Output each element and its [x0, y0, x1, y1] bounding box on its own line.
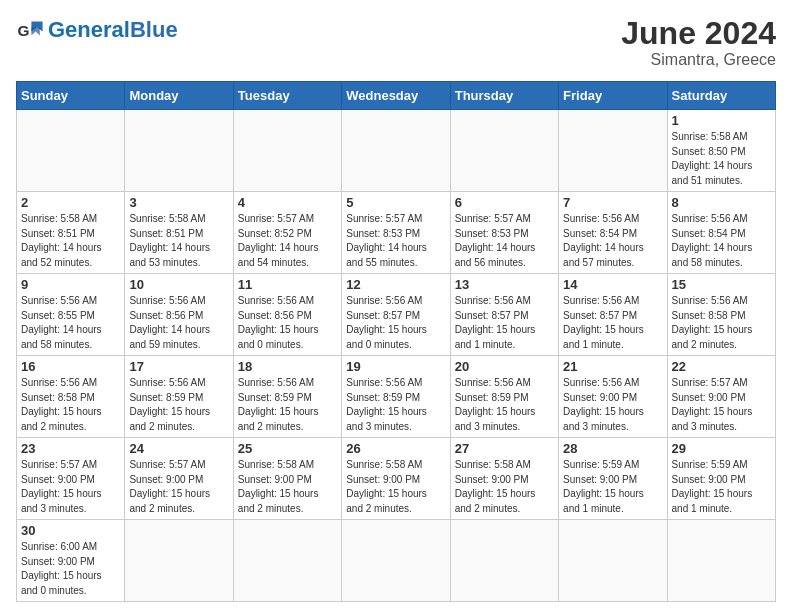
day-4: 4 Sunrise: 5:57 AMSunset: 8:52 PMDayligh… [233, 192, 341, 274]
day-23: 23 Sunrise: 5:57 AMSunset: 9:00 PMDaylig… [17, 438, 125, 520]
empty-cell [233, 110, 341, 192]
weekday-header-row: Sunday Monday Tuesday Wednesday Thursday… [17, 82, 776, 110]
empty-cell [342, 110, 450, 192]
day-30: 30 Sunrise: 6:00 AMSunset: 9:00 PMDaylig… [17, 520, 125, 602]
page-header: G GeneralBlue June 2024 Simantra, Greece [16, 16, 776, 69]
empty-cell [125, 520, 233, 602]
day-9: 9 Sunrise: 5:56 AMSunset: 8:55 PMDayligh… [17, 274, 125, 356]
day-27: 27 Sunrise: 5:58 AMSunset: 9:00 PMDaylig… [450, 438, 558, 520]
week-row-4: 16 Sunrise: 5:56 AMSunset: 8:58 PMDaylig… [17, 356, 776, 438]
day-7: 7 Sunrise: 5:56 AMSunset: 8:54 PMDayligh… [559, 192, 667, 274]
day-22: 22 Sunrise: 5:57 AMSunset: 9:00 PMDaylig… [667, 356, 775, 438]
week-row-5: 23 Sunrise: 5:57 AMSunset: 9:00 PMDaylig… [17, 438, 776, 520]
day-21: 21 Sunrise: 5:56 AMSunset: 9:00 PMDaylig… [559, 356, 667, 438]
day-18: 18 Sunrise: 5:56 AMSunset: 8:59 PMDaylig… [233, 356, 341, 438]
day-24: 24 Sunrise: 5:57 AMSunset: 9:00 PMDaylig… [125, 438, 233, 520]
header-friday: Friday [559, 82, 667, 110]
day-10: 10 Sunrise: 5:56 AMSunset: 8:56 PMDaylig… [125, 274, 233, 356]
day-1-info: Sunrise: 5:58 AMSunset: 8:50 PMDaylight:… [672, 130, 771, 188]
week-row-2: 2 Sunrise: 5:58 AMSunset: 8:51 PMDayligh… [17, 192, 776, 274]
empty-cell [17, 110, 125, 192]
logo: G GeneralBlue [16, 16, 178, 44]
logo-text: GeneralBlue [48, 19, 178, 41]
day-29: 29 Sunrise: 5:59 AMSunset: 9:00 PMDaylig… [667, 438, 775, 520]
empty-cell [233, 520, 341, 602]
header-monday: Monday [125, 82, 233, 110]
week-row-1: 1 Sunrise: 5:58 AMSunset: 8:50 PMDayligh… [17, 110, 776, 192]
header-thursday: Thursday [450, 82, 558, 110]
day-1: 1 Sunrise: 5:58 AMSunset: 8:50 PMDayligh… [667, 110, 775, 192]
title-block: June 2024 Simantra, Greece [621, 16, 776, 69]
header-sunday: Sunday [17, 82, 125, 110]
header-tuesday: Tuesday [233, 82, 341, 110]
month-title: June 2024 [621, 16, 776, 51]
header-wednesday: Wednesday [342, 82, 450, 110]
day-15: 15 Sunrise: 5:56 AMSunset: 8:58 PMDaylig… [667, 274, 775, 356]
week-row-3: 9 Sunrise: 5:56 AMSunset: 8:55 PMDayligh… [17, 274, 776, 356]
week-row-6: 30 Sunrise: 6:00 AMSunset: 9:00 PMDaylig… [17, 520, 776, 602]
svg-marker-2 [31, 27, 39, 35]
empty-cell [450, 110, 558, 192]
header-saturday: Saturday [667, 82, 775, 110]
day-3: 3 Sunrise: 5:58 AMSunset: 8:51 PMDayligh… [125, 192, 233, 274]
day-16: 16 Sunrise: 5:56 AMSunset: 8:58 PMDaylig… [17, 356, 125, 438]
day-25: 25 Sunrise: 5:58 AMSunset: 9:00 PMDaylig… [233, 438, 341, 520]
empty-cell [559, 520, 667, 602]
empty-cell [667, 520, 775, 602]
calendar-table: Sunday Monday Tuesday Wednesday Thursday… [16, 81, 776, 602]
location: Simantra, Greece [621, 51, 776, 69]
day-2: 2 Sunrise: 5:58 AMSunset: 8:51 PMDayligh… [17, 192, 125, 274]
day-6: 6 Sunrise: 5:57 AMSunset: 8:53 PMDayligh… [450, 192, 558, 274]
empty-cell [342, 520, 450, 602]
day-28: 28 Sunrise: 5:59 AMSunset: 9:00 PMDaylig… [559, 438, 667, 520]
logo-icon: G [16, 16, 44, 44]
empty-cell [559, 110, 667, 192]
day-12: 12 Sunrise: 5:56 AMSunset: 8:57 PMDaylig… [342, 274, 450, 356]
day-19: 19 Sunrise: 5:56 AMSunset: 8:59 PMDaylig… [342, 356, 450, 438]
svg-text:G: G [17, 22, 29, 39]
day-5: 5 Sunrise: 5:57 AMSunset: 8:53 PMDayligh… [342, 192, 450, 274]
empty-cell [125, 110, 233, 192]
day-13: 13 Sunrise: 5:56 AMSunset: 8:57 PMDaylig… [450, 274, 558, 356]
day-11: 11 Sunrise: 5:56 AMSunset: 8:56 PMDaylig… [233, 274, 341, 356]
day-17: 17 Sunrise: 5:56 AMSunset: 8:59 PMDaylig… [125, 356, 233, 438]
day-14: 14 Sunrise: 5:56 AMSunset: 8:57 PMDaylig… [559, 274, 667, 356]
day-8: 8 Sunrise: 5:56 AMSunset: 8:54 PMDayligh… [667, 192, 775, 274]
day-20: 20 Sunrise: 5:56 AMSunset: 8:59 PMDaylig… [450, 356, 558, 438]
empty-cell [450, 520, 558, 602]
day-26: 26 Sunrise: 5:58 AMSunset: 9:00 PMDaylig… [342, 438, 450, 520]
